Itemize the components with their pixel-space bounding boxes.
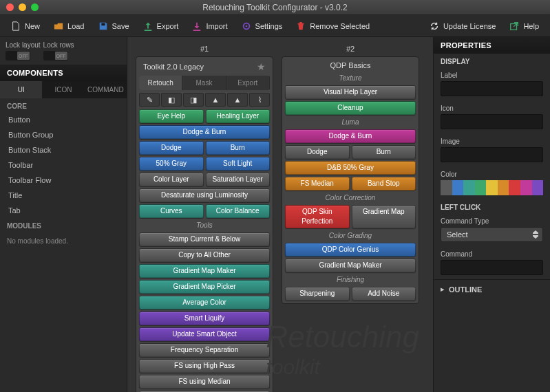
stamp2-icon[interactable]: ▲ [227,93,248,107]
eraser-icon[interactable]: ◧ [161,93,182,107]
gradient-map-maker-2-button[interactable]: Gradient Map Maker [285,259,416,272]
core-item[interactable]: Button Stack [0,142,127,157]
close-icon[interactable] [6,3,14,11]
frequency-separation-button[interactable]: Frequency Separation [139,343,270,357]
luma-label: Luma [285,117,416,127]
floppy-icon [98,21,108,31]
command-input[interactable] [441,260,543,275]
swatch-orange[interactable] [498,180,509,195]
copy-all-button[interactable]: Copy to All Other [139,248,270,262]
color-balance-button[interactable]: Color Balance [206,204,271,218]
tab-command[interactable]: COMMAND [85,81,127,98]
brush-icon[interactable]: ✎ [139,93,160,107]
swatch-yellow[interactable] [486,180,498,195]
gradient-map-maker-button[interactable]: Gradient Map Maker [139,264,270,278]
lock-layout-toggle[interactable]: OFF [6,51,30,61]
band-stop-2-button[interactable]: Band Stop [352,177,416,190]
stamp-current-button[interactable]: Stamp Current & Below [139,232,270,246]
db-50-gray-button[interactable]: D&B 50% Gray [285,161,416,175]
export-button[interactable]: Export [138,19,184,34]
icon-input[interactable] [441,114,543,129]
panel-qdp-basics[interactable]: QDP Basics Texture Visual Help Layer Cle… [282,56,419,304]
tab-ui[interactable]: UI [0,81,42,98]
new-button[interactable]: New [6,19,45,34]
gear-icon [242,21,251,31]
star-icon[interactable]: ★ [257,61,266,72]
outline-accordion[interactable]: ▸OUTLINE [434,279,550,298]
sharpening-button[interactable]: Sharpening [285,287,350,301]
icon-label: Icon [441,105,543,112]
burn-2-button[interactable]: Burn [352,145,416,159]
cleanup-button[interactable]: Cleanup [285,101,416,115]
import-button[interactable]: Import [187,19,233,34]
burn-button[interactable]: Burn [206,141,271,155]
settings-button[interactable]: Settings [236,19,288,34]
texture-label: Texture [285,73,416,83]
main-toolbar: New Load Save Export Import Settings Rem… [0,15,550,37]
core-item[interactable]: Toolbar [0,157,127,173]
tab-icon[interactable]: ICON [42,81,84,98]
update-smart-object-button[interactable]: Update Smart Object [139,327,270,341]
qdp-color-genius-button[interactable]: QDP Color Genius [285,243,416,257]
eraser2-icon[interactable]: ◨ [183,93,204,107]
color-layer-button[interactable]: Color Layer [139,173,204,186]
core-header: CORE [0,98,127,112]
curves-button[interactable]: Curves [139,204,204,218]
maximize-icon[interactable] [31,3,39,11]
dodge-burn-button[interactable]: Dodge & Burn [139,125,270,139]
command-type-select[interactable]: Select [441,227,543,242]
dodge-2-button[interactable]: Dodge [285,145,350,159]
fs-median-2-button[interactable]: FS Median [285,177,350,190]
tab-retouch[interactable]: Retouch [139,76,182,90]
chevron-right-icon: ▸ [441,285,445,294]
gradient-map-picker-button[interactable]: Gradient Map Picker [139,280,270,294]
dodge-button[interactable]: Dodge [139,141,204,155]
soft-light-button[interactable]: Soft Light [206,157,271,171]
swatch-magenta[interactable] [520,180,532,195]
swatch-blue[interactable] [452,180,464,195]
tab-mask[interactable]: Mask [182,76,226,90]
visual-help-button[interactable]: Visual Help Layer [285,85,416,99]
help-button[interactable]: Help [504,19,544,34]
core-item[interactable]: Button [0,112,127,127]
stamp-icon[interactable]: ▲ [205,93,226,107]
fs-median-button[interactable]: FS using Median [139,375,270,389]
minimize-icon[interactable] [19,3,26,11]
lock-rows-toggle[interactable]: OFF [43,51,68,61]
swatch-teal[interactable] [463,180,475,195]
core-item[interactable]: Button Group [0,127,127,142]
swatch-purple[interactable] [532,180,544,195]
remove-button[interactable]: Remove Selected [290,19,375,34]
load-button[interactable]: Load [48,19,89,34]
core-item[interactable]: Toolbar Flow [0,173,127,188]
traffic-lights [6,3,39,11]
50-gray-button[interactable]: 50% Gray [139,157,204,171]
desaturate-button[interactable]: Desaturate using Luminosity [139,188,270,202]
swatch-gray[interactable] [441,180,452,195]
swatch-red[interactable] [509,180,520,195]
gradient-map-button[interactable]: Gradient Map [352,205,416,228]
command-label: Command [441,250,543,258]
icon-toolbar: ✎ ◧ ◨ ▲ ▲ ⌇ [139,92,270,107]
healing-layer-button[interactable]: Healing Layer [206,109,271,123]
add-noise-button[interactable]: Add Noise [352,287,416,301]
saturation-layer-button[interactable]: Saturation Layer [206,173,271,186]
update-license-button[interactable]: Update License [424,19,501,34]
label-input[interactable] [441,81,543,96]
core-item[interactable]: Title [0,188,127,203]
folder-open-icon [54,21,63,31]
healing-icon[interactable]: ⌇ [249,93,270,107]
average-color-button[interactable]: Average Color [139,296,270,309]
qdp-skin-button[interactable]: QDP Skin Perfection [285,205,350,228]
display-header: DISPLAY [434,54,550,67]
fs-high-pass-button[interactable]: FS using High Pass [139,359,270,373]
eye-help-button[interactable]: Eye Help [139,109,204,123]
smart-liquify-button[interactable]: Smart Liquify [139,312,270,325]
panel-toolkit-legacy[interactable]: Toolkit 2.0 Legacy★ Retouch Mask Export … [136,56,273,392]
tab-export[interactable]: Export [226,76,270,90]
dodge-burn-2-button[interactable]: Dodge & Burn [285,129,416,143]
swatch-green[interactable] [475,180,487,195]
save-button[interactable]: Save [93,19,135,34]
image-input[interactable] [441,147,543,162]
core-item[interactable]: Tab [0,203,127,218]
